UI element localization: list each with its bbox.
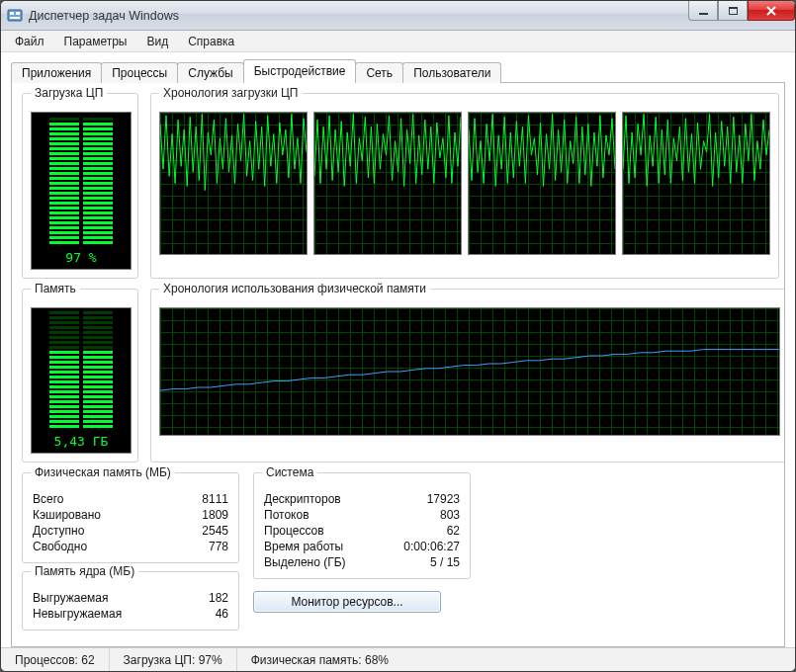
phys-avail-label: Доступно <box>33 524 84 538</box>
kernel-paged-value: 182 <box>209 591 228 605</box>
minimize-button[interactable] <box>688 1 718 21</box>
sys-commit-label: Выделено (ГБ) <box>264 555 346 569</box>
phys-mem-title: Физическая память (МБ) <box>31 465 175 479</box>
kernel-nonpaged-label: Невыгружаемая <box>33 607 122 621</box>
maximize-button[interactable] <box>718 1 748 21</box>
tabstrip: Приложения Процессы Службы Быстродействи… <box>11 60 785 83</box>
cpu-history-core-3 <box>468 112 616 255</box>
phys-cached-value: 1809 <box>202 508 228 522</box>
close-button[interactable] <box>748 1 795 21</box>
svg-rect-0 <box>8 10 22 21</box>
phys-avail-value: 2545 <box>202 524 228 538</box>
kernel-nonpaged-value: 46 <box>216 607 228 621</box>
cpu-history-core-4 <box>622 112 770 255</box>
task-manager-window: Диспетчер задач Windows Файл Параметры В… <box>0 0 796 672</box>
svg-rect-1 <box>10 12 14 15</box>
mem-history-title: Хронология использования физической памя… <box>159 282 430 295</box>
statusbar: Процессов: 62 Загрузка ЦП: 97% Физическа… <box>1 647 795 671</box>
sys-threads-value: 803 <box>440 508 460 522</box>
status-mem: Физическая память: 68% <box>237 648 402 671</box>
status-processes: Процессов: 62 <box>1 648 110 671</box>
phys-free-value: 778 <box>209 540 228 553</box>
app-icon <box>7 8 23 24</box>
sys-procs-value: 62 <box>447 524 460 538</box>
cpu-history-group: Хронология загрузки ЦП <box>150 93 779 279</box>
tab-network[interactable]: Сеть <box>355 62 403 83</box>
status-cpu: Загрузка ЦП: 97% <box>110 648 237 671</box>
svg-rect-2 <box>16 12 20 15</box>
mem-meter-group: Память 5,43 ГБ <box>22 289 138 462</box>
phys-cached-label: Кэшировано <box>33 508 101 522</box>
sys-handles-label: Дескрипторов <box>264 492 341 506</box>
sys-threads-label: Потоков <box>264 508 310 522</box>
sys-commit-value: 5 / 15 <box>430 555 460 569</box>
mem-history-group: Хронология использования физической памя… <box>150 289 785 462</box>
cpu-meter-value: 97 % <box>65 250 96 265</box>
kernel-paged-label: Выгружаемая <box>33 591 108 605</box>
system-title: Система <box>262 465 317 479</box>
sys-uptime-label: Время работы <box>264 540 343 553</box>
tab-users[interactable]: Пользователи <box>402 62 501 83</box>
phys-mem-group: Физическая память (МБ) Всего8111 Кэширов… <box>22 472 239 563</box>
phys-total-value: 8111 <box>202 492 228 506</box>
performance-panel: Загрузка ЦП 97 % Хронология загрузки ЦП <box>11 83 785 647</box>
menu-view[interactable]: Вид <box>138 33 176 50</box>
window-title: Диспетчер задач Windows <box>29 9 179 23</box>
mem-meter-value: 5,43 ГБ <box>54 434 109 449</box>
svg-rect-3 <box>10 17 20 19</box>
resource-monitor-button[interactable]: Монитор ресурсов... <box>253 591 441 613</box>
window-controls <box>688 1 795 21</box>
menu-parameters[interactable]: Параметры <box>56 33 135 50</box>
kernel-mem-title: Память ядра (МБ) <box>31 564 138 578</box>
sys-uptime-value: 0:00:06:27 <box>403 540 460 553</box>
mem-meter-title: Память <box>31 282 80 295</box>
kernel-mem-group: Память ядра (МБ) Выгружаемая182 Невыгруж… <box>22 571 239 630</box>
tab-applications[interactable]: Приложения <box>11 62 102 83</box>
cpu-history-core-2 <box>313 112 462 255</box>
cpu-history-core-1 <box>159 112 308 255</box>
phys-total-label: Всего <box>33 492 63 506</box>
system-group: Система Дескрипторов17923 Потоков803 Про… <box>253 472 471 579</box>
menubar: Файл Параметры Вид Справка <box>1 31 795 52</box>
phys-free-label: Свободно <box>33 540 87 553</box>
sys-procs-label: Процессов <box>264 524 324 538</box>
cpu-history-title: Хронология загрузки ЦП <box>159 86 303 100</box>
menu-file[interactable]: Файл <box>7 33 52 50</box>
tab-services[interactable]: Службы <box>177 62 243 83</box>
menu-help[interactable]: Справка <box>180 33 242 50</box>
mem-meter: 5,43 ГБ <box>31 307 132 454</box>
content-area: Приложения Процессы Службы Быстродействи… <box>1 52 795 647</box>
sys-handles-value: 17923 <box>427 492 460 506</box>
tab-performance[interactable]: Быстродействие <box>243 59 357 82</box>
close-icon <box>765 5 777 17</box>
mem-history-chart <box>159 307 780 436</box>
titlebar[interactable]: Диспетчер задач Windows <box>1 1 795 31</box>
cpu-meter: 97 % <box>31 112 132 270</box>
cpu-meter-group: Загрузка ЦП 97 % <box>22 93 138 279</box>
cpu-meter-title: Загрузка ЦП <box>31 86 107 100</box>
tab-processes[interactable]: Процессы <box>101 62 178 83</box>
